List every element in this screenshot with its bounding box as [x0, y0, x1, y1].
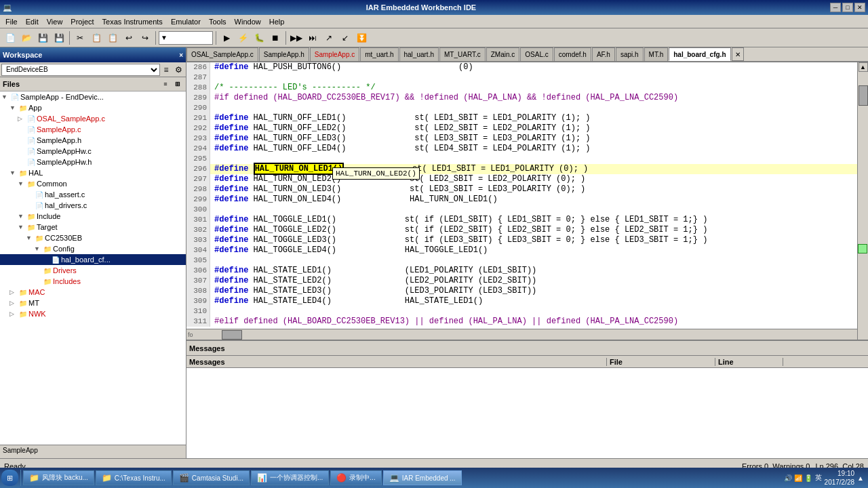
editor-tab[interactable]: hal_board_cfg.h [669, 47, 730, 61]
toolbar-undo[interactable]: ↩ [121, 30, 136, 45]
toolbar-btn8[interactable]: ↙ [338, 30, 353, 45]
toolbar-copy[interactable]: 📋 [89, 30, 104, 45]
window-controls[interactable]: ─ □ ✕ [830, 3, 865, 12]
editor-tab[interactable]: AF.h [592, 47, 615, 61]
code-line: 309#define HAL_STATE_LED4() HAL_STATE_LE… [186, 296, 857, 306]
title-bar: 💻 IAR Embedded Workbench IDE ─ □ ✕ [0, 0, 868, 15]
taskbar-app-button[interactable]: 💻IAR Embedded ... [383, 470, 462, 485]
tree-item[interactable]: 📄hal_board_cf... [0, 254, 186, 265]
toolbar-compile[interactable]: ⚡ [235, 30, 250, 45]
taskbar-app-button[interactable]: 🔴录制中... [330, 470, 381, 485]
workspace-close-button[interactable]: × [179, 52, 183, 59]
scroll-up-button[interactable]: ▲ [859, 62, 868, 72]
workspace-bottom-tab[interactable]: SampleApp [0, 445, 186, 458]
tree-item[interactable]: ▼📁CC2530EB [0, 232, 186, 243]
toolbar-debug[interactable]: 🐛 [252, 30, 267, 45]
tree-item-label: Target [37, 223, 58, 231]
toolbar-save[interactable]: 💾 [35, 30, 50, 45]
maximize-button[interactable]: □ [842, 3, 853, 12]
tab-close-all-button[interactable]: ✕ [732, 47, 744, 61]
tree-item[interactable]: 📁Drivers [0, 265, 186, 276]
menu-file[interactable]: File [1, 16, 22, 27]
editor-tab[interactable]: ZMain.c [486, 47, 520, 61]
tree-item[interactable]: ▼📁App [0, 102, 186, 113]
workspace-settings-btn[interactable]: ⚙ [172, 64, 184, 76]
files-icon-btn1[interactable]: ≡ [160, 79, 171, 89]
tree-item[interactable]: ▷📁MAC [0, 287, 186, 298]
file-tree[interactable]: ▼📄SampleApp - EndDevic...▼📁App▷📄OSAL_Sam… [0, 92, 186, 445]
toolbar-save-all[interactable]: 💾 [52, 30, 66, 45]
tree-item[interactable]: 📄SampleAppHw.c [0, 146, 186, 157]
tree-item[interactable]: 📄SampleAppHw.h [0, 157, 186, 167]
menu-tools[interactable]: Tools [205, 16, 231, 27]
tree-item[interactable]: ▼📄SampleApp - EndDevic... [0, 92, 186, 102]
toolbar-btn7[interactable]: ↗ [321, 30, 336, 45]
code-line: 296#define HAL_TURN_ON_LED1() st( LED1_S… [186, 164, 857, 174]
tree-item[interactable]: 📁Includes [0, 276, 186, 287]
device-dropdown[interactable]: EndDeviceEB [1, 64, 160, 76]
menu-view[interactable]: View [43, 16, 67, 27]
start-button[interactable]: ⊞ [1, 470, 18, 486]
tree-item-label: hal_assert.c [45, 190, 85, 199]
menu-window[interactable]: Window [231, 16, 265, 27]
editor-tab[interactable]: hal_uart.h [399, 47, 439, 61]
close-button[interactable]: ✕ [854, 3, 865, 12]
toolbar-open[interactable]: 📂 [19, 30, 34, 45]
tree-item[interactable]: ▼📁Include [0, 211, 186, 222]
taskbar-app-button[interactable]: 📊一个协调器控制... [251, 470, 329, 485]
editor-tab[interactable]: sapi.h [616, 47, 644, 61]
toolbar-stop[interactable]: ⏹ [268, 30, 283, 45]
editor-tab[interactable]: OSAL.c [520, 47, 553, 61]
tree-item[interactable]: ▼📁Target [0, 222, 186, 232]
editor-tab[interactable]: SampleApp.c [310, 47, 359, 61]
tree-item[interactable]: ▷📁MT [0, 298, 186, 308]
toolbar-btn9[interactable]: ⏬ [354, 30, 369, 45]
file-icon: 📄 [27, 148, 35, 155]
scroll-thumb[interactable] [859, 85, 868, 106]
tree-item[interactable]: 📄SampleApp.c [0, 124, 186, 135]
h-scroll-thumb[interactable] [222, 330, 242, 340]
workspace-icon-btn[interactable]: ≡ [160, 64, 172, 76]
tree-item[interactable]: 📄hal_assert.c [0, 189, 186, 200]
menu-project[interactable]: Project [66, 16, 98, 27]
menu-ti[interactable]: Texas Instruments [98, 16, 167, 27]
files-label: Files ≡ ⊞ [0, 77, 186, 92]
editor-tab[interactable]: SampleApp.h [259, 47, 309, 61]
taskbar-app-button[interactable]: 🎬Camtasia Studi... [173, 470, 250, 485]
toolbar-btn5[interactable]: ▶▶ [289, 30, 304, 45]
tree-item[interactable]: ▷📁NWK [0, 308, 186, 319]
systray-notify[interactable]: ▲ [857, 474, 864, 482]
toolbar-cut[interactable]: ✂ [73, 30, 87, 45]
tree-item[interactable]: ▷📄OSAL_SampleApp.c [0, 113, 186, 124]
files-icon-btn2[interactable]: ⊞ [172, 79, 183, 89]
toolbar-btn6[interactable]: ⏭ [305, 30, 320, 45]
tree-item[interactable]: 📄hal_drivers.c [0, 200, 186, 211]
menu-edit[interactable]: Edit [22, 16, 43, 27]
minimize-button[interactable]: ─ [830, 3, 841, 12]
editor-tab[interactable]: MT_UART.c [439, 47, 486, 61]
code-content[interactable]: 286#define HAL_PUSH_BUTTON6() (0)287288/… [186, 62, 857, 329]
editor-tab[interactable]: comdef.h [554, 47, 591, 61]
line-number: 297 [186, 174, 210, 184]
toolbar-config-dropdown[interactable]: ▼ [159, 31, 213, 45]
tree-item[interactable]: ▼📁Common [0, 178, 186, 189]
menu-help[interactable]: Help [265, 16, 289, 27]
editor-tab[interactable]: OSAL_SampleApp.c [186, 47, 258, 61]
tree-item[interactable]: 📄SampleApp.h [0, 135, 186, 146]
toolbar-redo[interactable]: ↪ [138, 30, 153, 45]
horizontal-scrollbar[interactable]: fo [186, 329, 857, 340]
tree-item[interactable]: ▼📁Config [0, 243, 186, 254]
editor-tab[interactable]: mt_uart.h [360, 47, 398, 61]
taskbar-app-button[interactable]: 📁C:\Texas Instru... [96, 470, 172, 485]
toolbar-new[interactable]: 📄 [3, 30, 18, 45]
taskbar-app-button[interactable]: 📁风障块 backu... [23, 470, 94, 485]
toolbar-paste[interactable]: 📋 [105, 30, 120, 45]
tree-item[interactable]: ▼📁HAL [0, 167, 186, 178]
vertical-scrollbar[interactable]: ▲ [857, 62, 868, 340]
workspace-device-bar: EndDeviceEB ≡ ⚙ [0, 62, 186, 77]
line-number: 290 [186, 103, 210, 113]
toolbar-make[interactable]: ▶ [219, 30, 234, 45]
editor-tab[interactable]: MT.h [644, 47, 669, 61]
menu-emulator[interactable]: Emulator [167, 16, 205, 27]
tree-expand-icon: ▷ [9, 289, 19, 296]
